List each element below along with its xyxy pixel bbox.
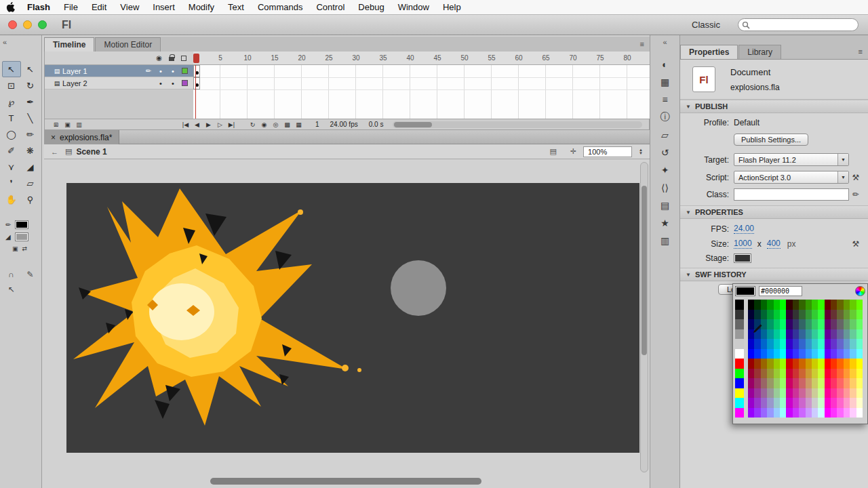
color-swatch[interactable] (825, 349, 831, 359)
color-swatch[interactable] (767, 300, 773, 310)
color-swatch[interactable] (780, 398, 786, 408)
color-swatch[interactable] (793, 398, 799, 408)
color-swatch[interactable] (786, 300, 792, 310)
color-swatch[interactable] (818, 310, 824, 320)
color-swatch[interactable] (761, 369, 767, 379)
color-swatch[interactable] (780, 359, 786, 369)
line-tool[interactable]: ╲ (21, 110, 40, 126)
onion-skin-outlines-button[interactable]: ◎ (270, 120, 281, 129)
free-transform-tool[interactable]: ⊡ (2, 77, 21, 94)
script-settings-wrench-icon[interactable]: ⚒ (849, 173, 863, 182)
color-swatch[interactable] (761, 388, 767, 399)
library-panel-icon[interactable]: ▥ (650, 232, 679, 249)
color-swatch[interactable] (850, 359, 856, 369)
color-swatch[interactable] (850, 310, 856, 320)
lasso-tool[interactable]: ℘ (2, 94, 21, 110)
pen-mode-option[interactable]: ✎ (21, 267, 40, 282)
tab-properties[interactable]: Properties (680, 45, 738, 59)
timeline-scrollbar-thumb[interactable] (394, 122, 432, 127)
color-swatch[interactable] (799, 408, 805, 418)
publish-section-header[interactable]: ▼ PUBLISH (680, 100, 868, 113)
color-swatch[interactable] (850, 329, 856, 340)
color-swatch[interactable] (825, 378, 831, 388)
document-name-field[interactable]: explosions.fla (730, 83, 780, 92)
color-swatch[interactable] (754, 339, 760, 349)
color-swatch[interactable] (831, 369, 837, 379)
zoom-stepper[interactable]: ▲▼ (639, 148, 643, 155)
color-swatch[interactable] (806, 319, 812, 329)
color-swatch[interactable] (844, 359, 850, 369)
color-swatch[interactable] (812, 349, 818, 359)
size-width-value[interactable]: 1000 (734, 239, 752, 249)
color-swatch[interactable] (812, 398, 818, 408)
color-swatch[interactable] (774, 369, 780, 379)
color-swatch[interactable] (856, 398, 863, 408)
color-swatch[interactable] (806, 398, 812, 408)
color-swatch[interactable] (748, 359, 754, 369)
color-swatch[interactable] (754, 349, 760, 359)
color-swatch[interactable] (850, 319, 856, 329)
color-swatch[interactable] (825, 408, 831, 418)
color-swatch[interactable] (850, 378, 856, 388)
color-swatch[interactable] (837, 349, 843, 359)
color-swatch[interactable] (735, 339, 744, 349)
color-swatch[interactable] (748, 339, 754, 349)
color-swatch[interactable] (761, 310, 767, 320)
stroke-color-swatch[interactable] (15, 220, 28, 229)
current-frame-display[interactable]: 1 (315, 121, 319, 128)
pen-tool[interactable]: ✒ (21, 94, 40, 110)
color-swatch[interactable] (754, 388, 760, 399)
color-swatch[interactable] (735, 388, 744, 399)
color-swatch[interactable] (844, 329, 850, 340)
color-swatch[interactable] (812, 339, 818, 349)
edit-symbols-ic on[interactable]: ✛ (570, 147, 576, 156)
color-swatch[interactable] (754, 398, 760, 408)
layer-outline-color-swatch[interactable] (182, 80, 188, 86)
color-swatch[interactable] (837, 359, 843, 369)
expand-dock-icon[interactable]: « (650, 35, 679, 46)
color-swatch[interactable] (774, 310, 780, 320)
color-swatch[interactable] (754, 310, 760, 320)
color-swatch[interactable] (850, 408, 856, 418)
snap-to-objects-option[interactable]: ∩ (2, 267, 21, 282)
color-swatch[interactable] (812, 329, 818, 340)
color-swatch[interactable] (831, 319, 837, 329)
color-swatch[interactable] (831, 300, 837, 310)
color-swatch[interactable] (735, 300, 744, 310)
tab-motion-editor[interactable]: Motion Editor (95, 37, 161, 52)
size-height-value[interactable]: 400 (767, 239, 781, 249)
color-swatch[interactable] (856, 388, 863, 399)
color-swatch[interactable] (825, 319, 831, 329)
layer-row-2[interactable]: ▤ Layer 2 • • (45, 77, 193, 89)
color-swatch[interactable] (844, 378, 850, 388)
color-swatch[interactable] (774, 339, 780, 349)
script-dropdown[interactable]: ActionScript 3.0 ▼ (734, 171, 849, 184)
color-swatch[interactable] (786, 378, 792, 388)
properties-section-header[interactable]: ▼ PROPERTIES (680, 205, 868, 219)
keyframe-layer-1[interactable] (193, 65, 200, 77)
color-swatch[interactable] (761, 398, 767, 408)
code-snippets-panel-icon[interactable]: ⟨⟩ (650, 179, 679, 197)
color-swatch[interactable] (799, 388, 805, 399)
color-swatch[interactable] (767, 388, 773, 399)
layer-visibility-dot[interactable]: • (155, 67, 167, 75)
hex-color-input[interactable] (759, 286, 802, 296)
subselection-tool[interactable]: ↖ (21, 61, 40, 77)
color-swatch[interactable] (806, 378, 812, 388)
placeholder-circle[interactable] (391, 260, 446, 316)
playhead[interactable] (193, 54, 199, 63)
bone-tool[interactable]: ⋎ (2, 159, 21, 175)
color-swatch[interactable] (767, 310, 773, 320)
color-swatch[interactable] (786, 310, 792, 320)
color-swatch[interactable] (748, 378, 754, 388)
color-swatch[interactable] (856, 310, 863, 320)
color-swatch[interactable] (825, 329, 831, 340)
color-swatch[interactable] (844, 398, 850, 408)
color-swatch[interactable] (754, 408, 760, 418)
color-swatch[interactable] (774, 319, 780, 329)
color-swatch[interactable] (806, 329, 812, 340)
menu-item-window[interactable]: Window (391, 2, 436, 12)
color-swatch[interactable] (818, 359, 824, 369)
color-swatch[interactable] (812, 359, 818, 369)
color-swatch[interactable] (767, 319, 773, 329)
